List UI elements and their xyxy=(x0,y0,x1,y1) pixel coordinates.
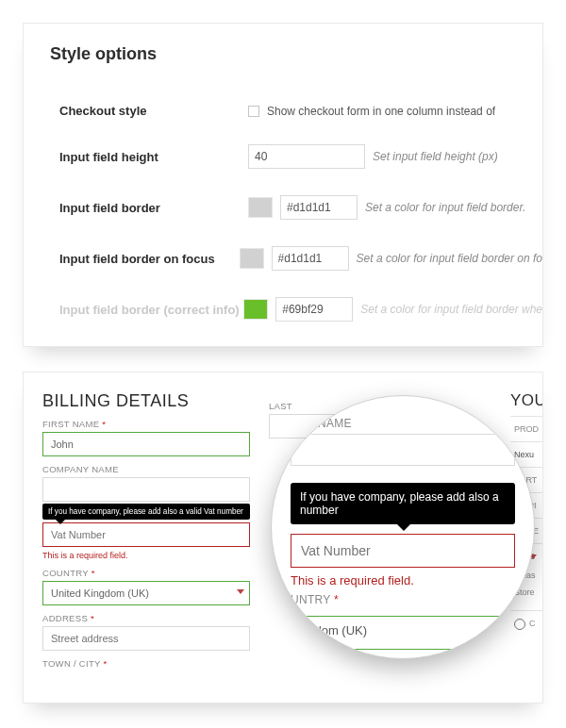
mag-label-country: UNTRY * xyxy=(291,593,515,606)
hint: Set a color for input field border. xyxy=(365,201,525,214)
label-country: COUNTRY * xyxy=(42,568,250,578)
row-input-border-correct: Input field border (correct info) Set a … xyxy=(59,284,542,335)
payment-radio[interactable]: C xyxy=(510,610,542,637)
country-select[interactable] xyxy=(42,581,250,605)
row-checkout-style: Checkout style Show checkout form in one… xyxy=(59,91,542,131)
label-town: TOWN / CITY * xyxy=(42,658,250,669)
color-swatch[interactable] xyxy=(243,299,268,320)
mag-last-name-field[interactable] xyxy=(291,434,515,466)
vat-field-small[interactable] xyxy=(42,522,250,547)
magnifier-lens: ANY NAME If you have company, please add… xyxy=(271,395,535,659)
panel-title: Style options xyxy=(24,42,542,79)
color-value[interactable] xyxy=(280,195,358,220)
input-field-height[interactable] xyxy=(248,144,365,169)
hint: Set input field height (px) xyxy=(373,150,498,163)
settings-body: Checkout style Show checkout form in one… xyxy=(41,79,542,335)
row-input-border: Input field border Set a color for input… xyxy=(59,182,542,233)
mag-country-select[interactable]: ngdom (UK) xyxy=(291,616,515,650)
vat-tooltip: If you have company, please add also a n… xyxy=(291,483,515,524)
company-field[interactable] xyxy=(42,477,250,502)
vat-error: This is a required field. xyxy=(291,573,515,587)
checkout-preview-panel: BILLING DETAILS FIRST NAME * COMPANY NAM… xyxy=(23,372,543,703)
label: Input field border (correct info) xyxy=(59,303,243,317)
label: Input field border on focus xyxy=(59,252,240,266)
billing-column: BILLING DETAILS FIRST NAME * COMPANY NAM… xyxy=(42,391,250,669)
vat-field[interactable] xyxy=(291,534,515,568)
style-options-panel: Style options Checkout style Show checko… xyxy=(23,23,543,347)
label-first-name: FIRST NAME * xyxy=(42,419,250,429)
color-swatch[interactable] xyxy=(248,197,273,218)
label: Checkout style xyxy=(59,104,248,118)
first-name-field[interactable] xyxy=(42,432,250,456)
hint: Set a color for input field border on fo xyxy=(357,252,542,265)
vat-error-small: This is a required field. xyxy=(42,551,250,560)
color-value[interactable] xyxy=(275,297,353,322)
label: Input field border xyxy=(59,201,248,215)
billing-title: BILLING DETAILS xyxy=(42,391,250,411)
checkbox-one-column[interactable] xyxy=(248,106,259,117)
checkbox-label: Show checkout form in one column instead… xyxy=(267,105,495,118)
vat-tooltip-small: If you have company, please add also a v… xyxy=(42,504,250,520)
hint: Set a color for input field border whe xyxy=(360,303,542,316)
row-input-height: Input field height Set input field heigh… xyxy=(59,131,542,182)
color-value[interactable] xyxy=(272,246,349,271)
address-field[interactable] xyxy=(42,626,250,651)
row-input-border-focus: Input field border on focus Set a color … xyxy=(59,233,542,284)
label-address: ADDRESS * xyxy=(42,613,250,623)
label: Input field height xyxy=(59,150,248,164)
list-item: PROD xyxy=(510,416,542,441)
label-company: COMPANY NAME xyxy=(42,464,250,474)
color-swatch[interactable] xyxy=(240,248,264,269)
sidebar-title: YOU xyxy=(510,391,542,410)
